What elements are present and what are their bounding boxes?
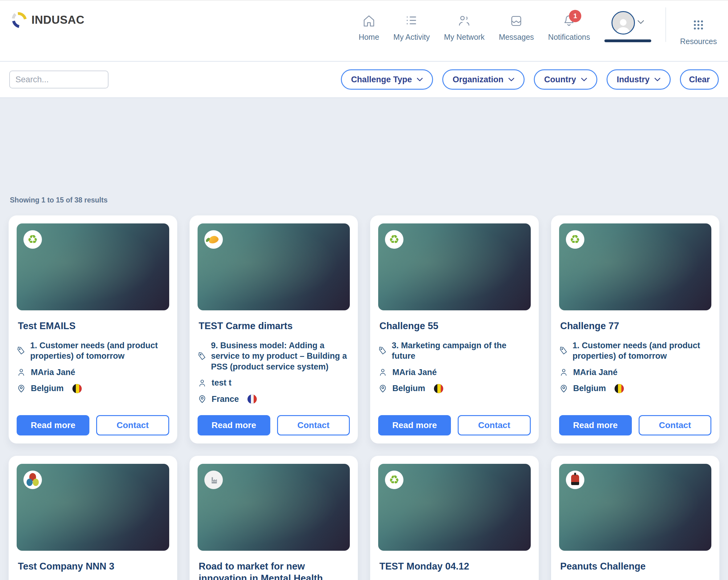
- person-icon: [17, 368, 26, 377]
- avatar[interactable]: [612, 11, 635, 34]
- pill-label: Clear: [689, 75, 710, 84]
- search-input[interactable]: [9, 71, 108, 88]
- contact-button[interactable]: Contact: [639, 415, 711, 436]
- card-tag-label: 1. Customer needs (and product propertie…: [573, 340, 712, 362]
- filter-organization[interactable]: Organization: [442, 69, 525, 90]
- filter-industry[interactable]: Industry: [606, 69, 671, 90]
- pill-label: Challenge Type: [351, 75, 412, 84]
- person-icon: [378, 368, 387, 377]
- card-person-row: MAria Jané: [17, 367, 169, 378]
- nav-my-network[interactable]: My Network: [444, 1, 485, 42]
- tag-icon: [378, 346, 387, 355]
- chevron-down-icon: [417, 78, 423, 82]
- card-hero-image: ♻: [559, 223, 712, 310]
- app-header: INDUSAC Home My Activity: [0, 0, 728, 61]
- challenge-card: ♻ TEST Monday 04.12 1. Customer needs (a…: [370, 456, 539, 580]
- card-title: Road to market for new innovation in Men…: [199, 560, 350, 580]
- card-hero-image: ♻: [378, 223, 531, 310]
- card-title: Challenge 55: [380, 320, 531, 332]
- card-logo-badge: ♻: [566, 230, 584, 249]
- read-more-button[interactable]: Read more: [17, 415, 89, 436]
- card-meta: 1. Customer needs (and product propertie…: [559, 340, 712, 394]
- card-country-label: Belgium: [392, 383, 425, 394]
- card-tag-label: 3. Marketing campaign of the future: [392, 340, 531, 362]
- card-logo-badge: ♻: [23, 230, 42, 249]
- home-icon: [362, 14, 376, 30]
- activity-list-icon: [405, 14, 418, 30]
- nav-messages[interactable]: Messages: [499, 1, 534, 42]
- brand-logo[interactable]: INDUSAC: [11, 10, 84, 30]
- nav-label: My Network: [444, 33, 485, 42]
- card-tag-label: 9. Business model: Adding a service to m…: [211, 340, 350, 372]
- nav-notifications[interactable]: 1 Notifications: [548, 1, 590, 42]
- filter-pills: Challenge Type Organization Country Indu…: [341, 69, 719, 90]
- card-title: Test Company NNN 3: [18, 560, 169, 573]
- nav-divider: [666, 7, 666, 42]
- card-person-label: test t: [212, 377, 232, 388]
- card-logo-badge: [204, 471, 223, 489]
- contact-button[interactable]: Contact: [458, 415, 530, 436]
- card-title: Test EMAILS: [18, 320, 169, 332]
- card-meta: 9. Business model: Adding a service to m…: [198, 340, 350, 405]
- location-pin-icon: [198, 394, 207, 404]
- card-logo-badge: ♻: [385, 230, 404, 249]
- filter-bar: Challenge Type Organization Country Indu…: [0, 61, 728, 98]
- card-title: TEST Carme dimarts: [199, 320, 350, 332]
- tag-icon: [17, 346, 25, 355]
- nav-label: My Activity: [393, 33, 430, 42]
- card-person-row: MAria Jané: [378, 367, 531, 378]
- card-actions: Read more Contact: [198, 415, 350, 436]
- user-menu[interactable]: [604, 1, 651, 42]
- challenge-card: ♻ Challenge 55 3. Marketing campaign of …: [370, 215, 539, 444]
- card-actions: Read more Contact: [559, 415, 712, 436]
- contact-button[interactable]: Contact: [277, 415, 350, 436]
- tag-icon: [198, 352, 206, 361]
- chevron-down-icon: [581, 78, 587, 82]
- messages-inbox-icon: [510, 14, 523, 30]
- chevron-down-icon: [508, 78, 514, 82]
- nav-label: Messages: [499, 33, 534, 42]
- card-hero-image: [198, 223, 350, 310]
- card-tag-row: 3. Marketing campaign of the future: [378, 340, 531, 362]
- card-title: Challenge 77: [560, 320, 712, 332]
- active-nav-indicator: [604, 39, 651, 42]
- tag-icon: [559, 346, 568, 355]
- notification-badge: 1: [569, 10, 581, 22]
- card-person-row: test t: [198, 377, 350, 388]
- grid-dots-icon: [691, 18, 705, 34]
- bell-icon: 1: [562, 14, 576, 30]
- card-tag-row: 9. Business model: Adding a service to m…: [198, 340, 350, 372]
- card-tag-label: 1. Customer needs (and product propertie…: [30, 340, 169, 362]
- nav-my-activity[interactable]: My Activity: [393, 1, 430, 42]
- nav-home[interactable]: Home: [359, 1, 380, 42]
- card-logo-badge: ♻: [385, 471, 404, 489]
- card-location-row: Belgium: [559, 383, 712, 394]
- contact-button[interactable]: Contact: [96, 415, 169, 436]
- country-flag: [434, 384, 443, 393]
- read-more-button[interactable]: Read more: [378, 415, 451, 436]
- nav-label: Home: [359, 33, 380, 42]
- read-more-button[interactable]: Read more: [559, 415, 632, 436]
- challenge-card: TEST Carme dimarts 9. Business model: Ad…: [189, 215, 358, 444]
- card-hero-image: ♻: [378, 464, 531, 551]
- filter-challenge-type[interactable]: Challenge Type: [341, 69, 433, 90]
- card-person-label: MAria Jané: [31, 367, 75, 378]
- indusac-logo-icon: [11, 12, 28, 28]
- card-title: Peanuts Challenge: [560, 560, 712, 573]
- country-flag: [615, 384, 624, 393]
- main-nav: Home My Activity My Network: [359, 1, 717, 61]
- challenge-card: Peanuts Challenge Packages have to be re…: [551, 456, 720, 580]
- nav-resources[interactable]: Resources: [680, 1, 717, 46]
- person-icon: [198, 378, 207, 388]
- network-people-icon: [458, 14, 471, 30]
- read-more-button[interactable]: Read more: [198, 415, 270, 436]
- card-person-row: MAria Jané: [559, 367, 712, 378]
- card-hero-image: ♻: [17, 223, 169, 310]
- card-location-row: Belgium: [378, 383, 531, 394]
- country-flag: [73, 384, 82, 393]
- pill-label: Industry: [617, 75, 650, 84]
- clear-filters-button[interactable]: Clear: [680, 69, 719, 90]
- brand-name: INDUSAC: [31, 14, 84, 27]
- filter-country[interactable]: Country: [534, 69, 597, 90]
- card-person-label: MAria Jané: [573, 367, 618, 378]
